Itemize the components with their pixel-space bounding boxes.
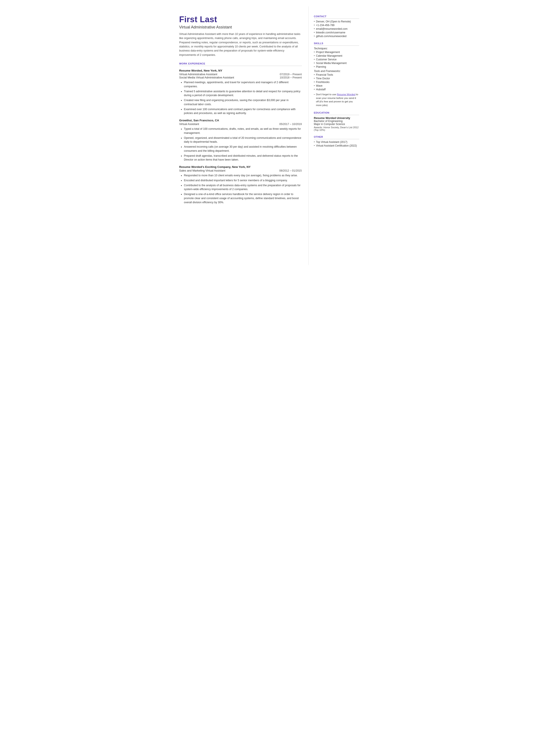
job-roles-3: Sales and Marketing Virtual Assistant 08… (179, 169, 302, 172)
job-bullets-1: Planned meetings, appointments, and trav… (179, 80, 302, 115)
contact-list: Denver, OH (Open to Remote) +1-234-456-7… (314, 20, 359, 38)
tools-label: Tools and Frameworks: (314, 70, 359, 72)
job-title-2-1: Virtual Assistant (179, 123, 199, 126)
skills-header: SKILLS (314, 42, 359, 46)
skill-tool-4: Wave (314, 84, 359, 87)
bullet-3-4: Designed a one-of-a-kind office services… (184, 192, 302, 204)
other-item-1: Top Virtual Assistant (2017) (314, 141, 359, 144)
tools-list: Financial Tools Time Doctor Freshbooks W… (314, 73, 359, 91)
contact-item-2: +1-234-456-789 (314, 24, 359, 27)
bullet-2-1: Typed a total of 100 communications, dra… (184, 127, 302, 135)
job-dates-1-2: 10/2018 – Present (280, 76, 302, 79)
skill-tool-5: Hubstaff (314, 88, 359, 91)
bullet-2-3: Answered incoming calls (on average 30 p… (184, 145, 302, 153)
job-dates-1-1: 07/2019 – Present (280, 73, 302, 76)
candidate-name: First Last (179, 15, 302, 24)
left-column: First Last Virtual Administrative Assist… (171, 7, 309, 265)
bullet-2-4: Prepared draft agendas, transcribed and … (184, 154, 302, 162)
right-column: CONTACT Denver, OH (Open to Remote) +1-2… (309, 7, 365, 265)
work-experience-section: WORK EXPERIENCE Resume Worded, New York,… (179, 62, 302, 204)
edu-degree: Bachelor of Engineering (314, 120, 359, 123)
job-company-1: Resume Worded, New York, NY (179, 69, 302, 72)
skills-note-prefix: Don't forget to use (316, 93, 337, 96)
education-section: EDUCATION Resume Worded University Bache… (314, 111, 359, 131)
skill-technique-1: Project Management (314, 51, 359, 54)
other-item-2: Virtual Assistant Certification (2022) (314, 144, 359, 147)
bullet-3-2: Encoded and distributed important letter… (184, 179, 302, 182)
name-title-block: First Last Virtual Administrative Assist… (179, 15, 302, 30)
job-title-1-1: Virtual Administrative Assistant (179, 72, 217, 76)
edu-school: Resume Worded University (314, 116, 359, 120)
bullet-3-1: Responded to more than 10 client emails … (184, 174, 302, 178)
other-list: Top Virtual Assistant (2017) Virtual Ass… (314, 141, 359, 147)
skill-technique-3: Customer Service (314, 58, 359, 61)
job-block-1: Resume Worded, New York, NY Virtual Admi… (179, 69, 302, 115)
job-block-3: Resume Worded's Exciting Company, New Yo… (179, 165, 302, 204)
contact-header: CONTACT (314, 15, 359, 19)
contact-item-3: email@resumeworded.com (314, 27, 359, 30)
other-header: OTHER (314, 136, 359, 139)
contact-item-1: Denver, OH (Open to Remote) (314, 20, 359, 23)
bullet-1-4: Examined over 100 communications and con… (184, 107, 302, 116)
skill-tool-1: Financial Tools (314, 73, 359, 76)
contact-item-5: github.com/resumeworded (314, 35, 359, 38)
job-role-row-1-2: Social Media Virtual Administrative Assi… (179, 76, 302, 79)
summary-paragraph: Virtual Administrative Assistant with mo… (179, 32, 302, 57)
skill-technique-4: Social Media Management (314, 62, 359, 65)
job-company-2: Growthsi, San Francisco, CA (179, 119, 302, 122)
bullet-3-3: Contributed to the analysis of all busin… (184, 183, 302, 192)
skill-technique-2: Calendar Management (314, 54, 359, 57)
candidate-title: Virtual Administrative Assistant (179, 25, 302, 30)
skills-note: Don't forget to use Resume Worded to sca… (314, 93, 359, 107)
job-role-row-2-1: Virtual Assistant 05/2017 – 10/2019 (179, 123, 302, 126)
work-experience-header: WORK EXPERIENCE (179, 62, 302, 66)
bullet-1-3: Created new filing and organizing proced… (184, 98, 302, 106)
skill-tool-3: Freshbooks (314, 81, 359, 84)
skill-technique-5: Planning (314, 65, 359, 68)
techniques-label: Techniques: (314, 47, 359, 50)
edu-major: Major in Computer Science (314, 123, 359, 126)
job-block-2: Growthsi, San Francisco, CA Virtual Assi… (179, 119, 302, 162)
skills-section: SKILLS Techniques: Project Management Ca… (314, 42, 359, 107)
resume-page: First Last Virtual Administrative Assist… (171, 7, 365, 265)
job-dates-2-1: 05/2017 – 10/2019 (279, 123, 302, 126)
job-bullets-3: Responded to more than 10 client emails … (179, 174, 302, 204)
education-header: EDUCATION (314, 111, 359, 115)
job-title-1-2: Social Media Virtual Administrative Assi… (179, 76, 234, 79)
job-roles-1: Virtual Administrative Assistant 07/2019… (179, 72, 302, 79)
job-roles-2: Virtual Assistant 05/2017 – 10/2019 (179, 123, 302, 126)
bullet-1-1: Planned meetings, appointments, and trav… (184, 80, 302, 89)
job-company-3: Resume Worded's Exciting Company, New Yo… (179, 165, 302, 169)
bullet-1-2: Trained 5 administrative assistants to g… (184, 90, 302, 98)
job-bullets-2: Typed a total of 100 communications, dra… (179, 127, 302, 162)
techniques-list: Project Management Calendar Management C… (314, 51, 359, 68)
job-role-row-3-1: Sales and Marketing Virtual Assistant 08… (179, 169, 302, 172)
job-title-3-1: Sales and Marketing Virtual Assistant (179, 169, 225, 172)
bullet-2-2: Opened, organized, and disseminated a to… (184, 136, 302, 144)
skill-tool-2: Time Doctor (314, 77, 359, 80)
edu-awards: Awards: Honor Society, Dean's List 2012 … (314, 126, 359, 131)
other-section: OTHER Top Virtual Assistant (2017) Virtu… (314, 136, 359, 147)
resume-worded-link[interactable]: Resume Worded (337, 93, 355, 96)
contact-section: CONTACT Denver, OH (Open to Remote) +1-2… (314, 15, 359, 38)
job-dates-3-1: 08/2012 – 01/2015 (279, 169, 302, 172)
contact-item-4: linkedin.com/in/username (314, 31, 359, 34)
job-role-row-1-1: Virtual Administrative Assistant 07/2019… (179, 72, 302, 76)
